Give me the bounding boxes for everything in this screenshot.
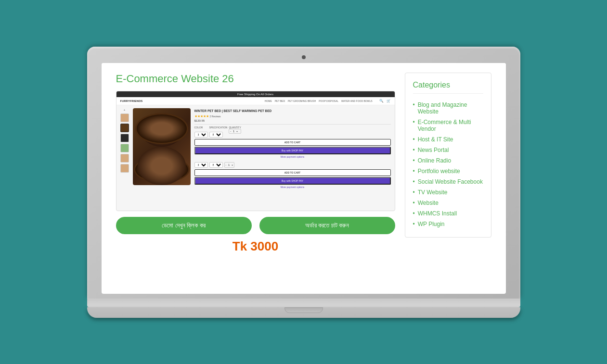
price-display: Tk 3000 [116,239,395,254]
search-icon[interactable]: 🔍 [379,99,384,103]
category-label-wpplugin: WP Plugin [418,221,445,227]
preview-main-image [133,108,191,185]
laptop-bezel: E-Commerce Website 26 Free Shipping On A… [87,47,520,299]
category-item-website[interactable]: Website [413,198,483,208]
category-item-radio[interactable]: Online Radio [413,155,483,166]
category-label-ecommerce: E-Commerce & Multi Vendor [418,119,483,132]
thumb-1[interactable] [120,113,129,122]
category-label-news: News Portal [418,147,449,153]
laptop-trackpad-area [87,307,520,318]
cart-icon[interactable]: 🛒 [387,99,391,103]
second-spec-select[interactable]: Brown [209,162,223,168]
category-item-tv[interactable]: TV Website [413,187,483,198]
buy-shop-pay-button[interactable]: Buy with SHOP PAY [194,147,391,154]
more-payment-options[interactable]: More payment options [194,155,391,158]
laptop-camera [302,55,306,59]
color-option: COLOR 35cm [194,126,208,138]
preview-topbar: Free Shipping On All Orders [116,91,395,97]
preview-logo: FURRYFRIENDS [120,100,143,102]
color-label: COLOR [194,126,208,129]
qty-value: 1 [232,129,235,133]
thumb-6[interactable] [120,164,129,173]
second-product-row: 35cm Brown - 1 + [194,162,391,188]
category-label-host: Host & IT Site [418,136,453,143]
second-quantity-stepper[interactable]: - 1 + [224,162,234,168]
category-item-ecommerce[interactable]: E-Commerce & Multi Vendor [413,117,483,134]
demo-button[interactable]: ডেমো দেখুন ক্লিক কর [116,217,252,234]
category-list: Blog and Magazine Website E-Commerce & M… [413,100,483,229]
preview-thumbnails: ▲ [119,108,130,208]
laptop-container: E-Commerce Website 26 Free Shipping On A… [87,47,520,318]
nav-item-water: WATER AND FOOD BOWLS [341,100,372,102]
laptop-screen: E-Commerce Website 26 Free Shipping On A… [102,63,506,294]
nav-item-petbed: PET BED [275,100,285,102]
preview-options: COLOR 35cm SPECIFICATION Brown [194,126,391,138]
category-label-website: Website [418,200,439,206]
sidebar-box: Categories Blog and Magazine Website E-C… [405,73,491,238]
add-to-cart-button[interactable]: ADD TO CART [194,139,391,146]
action-buttons: ডেমো দেখুন ক্লিক কর অর্ডার করতে চাট করুন [116,217,395,234]
category-item-portfolio[interactable]: Portfolio website [413,166,483,176]
thumb-3[interactable] [120,134,129,142]
qty-option: QUANTITY - 1 + [229,126,241,138]
second-buy-shop-pay-button[interactable]: Buy with SHOP PAY [194,177,391,185]
thumb-5[interactable] [120,154,129,163]
category-item-whmcs[interactable]: WHMCS Install [413,208,483,219]
nav-item-grooming: PET GROOMING BRUSH [288,100,316,102]
category-item-wpplugin[interactable]: WP Plugin [413,219,483,229]
review-count: 2 Reviews [209,115,220,118]
category-item-blog[interactable]: Blog and Magazine Website [413,100,483,117]
preview-price: $120.55 [194,119,391,122]
second-add-to-cart-button[interactable]: ADD TO CART [194,169,391,176]
nav-item-poop: POOP DISPOSAL [319,100,338,102]
thumb-4[interactable] [120,144,129,152]
second-qty-plus[interactable]: + [231,163,234,167]
second-qty-value: 1 [227,163,231,167]
sidebar: Categories Blog and Magazine Website E-C… [405,73,491,254]
spec-select[interactable]: Brown [209,132,223,138]
screen-content: E-Commerce Website 26 Free Shipping On A… [102,63,506,264]
second-color-select[interactable]: 35cm [194,162,208,168]
qty-plus[interactable]: + [235,129,239,133]
nav-item-home: HOME [265,100,272,102]
laptop-trackpad[interactable] [284,307,323,313]
category-label-blog: Blog and Magazine Website [418,101,483,115]
star-rating: ★★★★★ [194,114,209,118]
order-button[interactable]: অর্ডার করতে চাট করুন [259,217,395,234]
thumb-2[interactable] [120,124,129,132]
category-label-radio: Online Radio [418,157,451,164]
preview-product-title: WINTER PET BED | BEST SELF WARMING PET B… [194,109,391,113]
second-options: 35cm Brown - 1 + [194,162,391,168]
page-title: E-Commerce Website 26 [116,73,395,85]
color-select[interactable]: 35cm [194,132,208,138]
preview-info: WINTER PET BED | BEST SELF WARMING PET B… [194,108,392,208]
product-preview: Free Shipping On All Orders FURRYFRIENDS… [116,91,395,211]
preview-stars: ★★★★★ 2 Reviews [194,114,391,118]
qty-label: QUANTITY [229,126,241,129]
category-label-tv: TV Website [418,189,448,196]
laptop-base [87,299,520,307]
sidebar-title: Categories [413,81,483,94]
preview-body: ▲ [116,105,395,211]
category-item-social-facebook[interactable]: Social Website Facebook [413,176,483,187]
preview-navbar: FURRYFRIENDS HOME PET BED PET GROOMING B… [116,97,395,105]
category-label-portfolio: Portfolio website [418,168,460,175]
category-label-social-facebook: Social Website Facebook [418,178,483,185]
second-payment-options[interactable]: More payment options [194,186,391,188]
quantity-stepper[interactable]: - 1 + [229,129,241,134]
category-label-whmcs: WHMCS Install [418,210,457,217]
spec-label: SPECIFICATION [209,126,228,129]
category-item-news[interactable]: News Portal [413,145,483,155]
main-area: E-Commerce Website 26 Free Shipping On A… [116,73,395,254]
spec-option: SPECIFICATION Brown [209,126,228,138]
category-item-host[interactable]: Host & IT Site [413,134,483,145]
